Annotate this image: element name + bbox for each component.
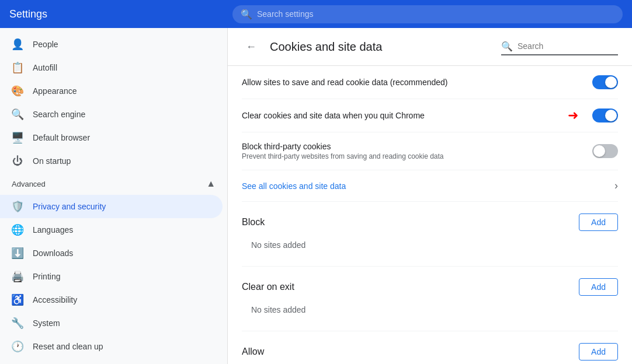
sidebar-label-search-engine: Search engine (33, 110, 85, 119)
sidebar-item-accessibility[interactable]: ♿ Accessibility (0, 288, 223, 312)
languages-icon: 🌐 (12, 224, 23, 236)
clear-on-exit-title: Clear on exit (242, 282, 294, 292)
sidebar-label-reset: Reset and clean up (33, 342, 103, 351)
sidebar-item-printing[interactable]: 🖨️ Printing (0, 265, 223, 288)
advanced-section-header[interactable]: Advanced ▲ (0, 173, 227, 195)
sidebar-label-accessibility: Accessibility (33, 295, 77, 304)
content-area: ← Cookies and site data 🔍 Allow sites to… (228, 28, 632, 364)
advanced-label: Advanced (12, 180, 46, 188)
clear-on-quit-label: Clear cookies and site data when you qui… (242, 111, 592, 120)
settings-section: Allow sites to save and read cookie data… (228, 66, 632, 364)
top-bar: Settings 🔍 (0, 0, 632, 28)
block-third-party-row: Block third-party cookies Prevent third-… (242, 132, 618, 170)
sidebar-item-reset[interactable]: 🕐 Reset and clean up (0, 335, 223, 358)
sidebar-item-on-startup[interactable]: ⏻ On startup (0, 149, 223, 173)
search-engine-icon: 🔍 (12, 108, 23, 120)
content-search-input[interactable] (518, 41, 611, 51)
sidebar-label-system: System (33, 318, 60, 328)
block-third-party-toggle[interactable] (592, 144, 618, 158)
block-add-button[interactable]: Add (579, 214, 618, 231)
sidebar: 👤 People 📋 Autofill 🎨 Appearance 🔍 Searc… (0, 28, 228, 364)
sidebar-label-privacy: Privacy and security (33, 202, 106, 211)
sidebar-item-appearance[interactable]: 🎨 Appearance (0, 79, 223, 103)
block-title: Block (242, 217, 265, 228)
see-all-label: See all cookies and site data (242, 181, 346, 191)
allow-title: Allow (242, 346, 264, 357)
sidebar-item-languages[interactable]: 🌐 Languages (0, 218, 223, 242)
shield-icon: 🛡️ (12, 201, 23, 212)
sidebar-label-appearance: Appearance (33, 86, 77, 96)
sidebar-label-downloads: Downloads (33, 249, 73, 258)
sidebar-item-autofill[interactable]: 📋 Autofill (0, 56, 223, 79)
clear-on-exit-section-header: Clear on exit Add (242, 278, 618, 296)
clear-on-quit-toggle[interactable] (592, 108, 618, 123)
advanced-chevron-icon: ▲ (206, 178, 216, 189)
block-third-party-label: Block third-party cookies (242, 142, 592, 151)
sidebar-label-people: People (33, 40, 58, 49)
sidebar-label-languages: Languages (33, 225, 73, 235)
sidebar-item-search-engine[interactable]: 🔍 Search engine (0, 103, 223, 126)
top-search-input[interactable] (257, 9, 614, 19)
content-search-icon: 🔍 (501, 41, 513, 52)
block-third-party-desc: Prevent third-party websites from saving… (242, 152, 592, 160)
block-no-sites: No sites added (242, 236, 618, 254)
reset-icon: 🕐 (12, 341, 23, 352)
sidebar-label-default-browser: Default browser (33, 133, 90, 142)
allow-section-header: Allow Add (242, 343, 618, 360)
system-icon: 🔧 (12, 317, 23, 329)
autofill-icon: 📋 (12, 62, 23, 74)
sidebar-label-on-startup: On startup (33, 156, 71, 166)
block-section-header: Block Add (242, 214, 618, 231)
toggle-thumb-2 (605, 110, 617, 121)
toggle-thumb (605, 76, 617, 88)
accessibility-icon: ♿ (12, 294, 23, 306)
allow-cookies-label: Allow sites to save and read cookie data… (242, 78, 592, 87)
sidebar-item-default-browser[interactable]: 🖥️ Default browser (0, 126, 223, 149)
content-title: Cookies and site data (270, 40, 382, 54)
sidebar-label-printing: Printing (33, 272, 60, 281)
sidebar-label-autofill: Autofill (33, 63, 57, 72)
top-search-bar[interactable]: 🔍 (232, 5, 623, 23)
chevron-right-icon: › (614, 180, 618, 192)
downloads-icon: ⬇️ (12, 247, 23, 259)
allow-add-button[interactable]: Add (579, 343, 618, 360)
red-arrow-indicator: ➜ (568, 108, 578, 123)
sidebar-item-people[interactable]: 👤 People (0, 33, 223, 56)
app-title: Settings (9, 8, 225, 20)
main-layout: 👤 People 📋 Autofill 🎨 Appearance 🔍 Searc… (0, 28, 632, 364)
toggle-thumb-3 (593, 145, 605, 157)
block-section: Block Add No sites added (242, 202, 618, 267)
printing-icon: 🖨️ (12, 271, 23, 282)
default-browser-icon: 🖥️ (12, 132, 23, 144)
sidebar-item-downloads[interactable]: ⬇️ Downloads (0, 242, 223, 265)
back-button[interactable]: ← (242, 37, 261, 56)
clear-on-exit-add-button[interactable]: Add (579, 278, 618, 296)
see-all-cookies-row[interactable]: See all cookies and site data › (242, 170, 618, 202)
content-search-bar[interactable]: 🔍 (501, 38, 618, 55)
person-icon: 👤 (12, 38, 23, 50)
on-startup-icon: ⏻ (12, 155, 23, 167)
appearance-icon: 🎨 (12, 85, 23, 97)
sidebar-item-privacy[interactable]: 🛡️ Privacy and security (0, 195, 223, 218)
clear-on-exit-no-sites: No sites added (242, 300, 618, 319)
clear-on-exit-section: Clear on exit Add No sites added (242, 267, 618, 331)
allow-cookies-row: Allow sites to save and read cookie data… (242, 66, 618, 99)
allow-section: Allow Add (242, 331, 618, 364)
content-header-left: ← Cookies and site data (242, 37, 382, 56)
sidebar-item-system[interactable]: 🔧 System (0, 312, 223, 335)
content-header: ← Cookies and site data 🔍 (228, 28, 632, 66)
clear-on-quit-row: Clear cookies and site data when you qui… (242, 99, 618, 132)
top-search-icon: 🔍 (241, 9, 252, 20)
allow-cookies-toggle[interactable] (592, 75, 618, 89)
